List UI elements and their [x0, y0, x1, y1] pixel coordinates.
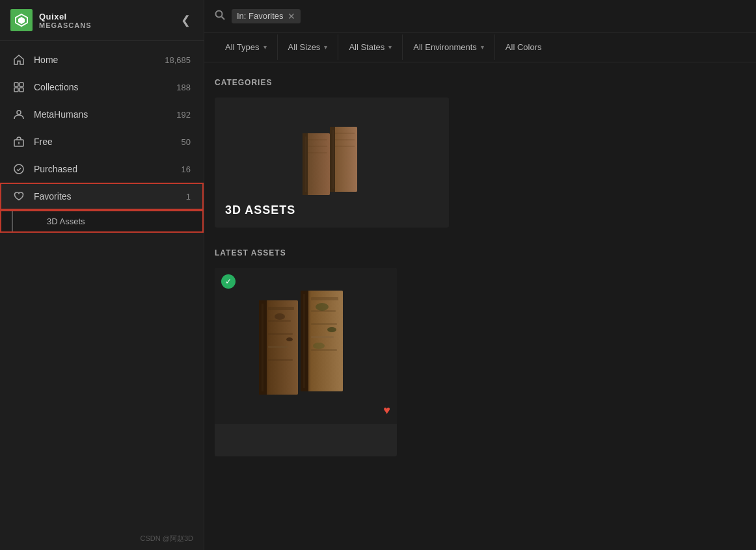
sidebar-item-metahumans-count: 192: [176, 110, 191, 120]
logo-brand: Quixel: [39, 12, 92, 21]
search-bar: In: Favorites ✕: [204, 0, 756, 33]
sidebar-item-metahumans[interactable]: MetaHumans 192: [0, 101, 204, 128]
content-area: CATEGORIES: [204, 62, 756, 550]
search-icon: [215, 10, 225, 23]
svg-rect-33: [268, 346, 288, 348]
svg-rect-29: [262, 304, 263, 391]
svg-rect-41: [311, 297, 338, 300]
watermark: CSDN @阿赵3D: [0, 527, 204, 550]
filter-all-states-label: All States: [349, 42, 385, 52]
nav-items: Home 18,685 Collections 188: [0, 41, 204, 238]
svg-rect-15: [305, 137, 306, 192]
svg-line-11: [222, 16, 225, 20]
sidebar-item-home-label: Home: [34, 55, 58, 65]
svg-rect-3: [20, 83, 23, 86]
all-environments-chevron-icon: ▾: [481, 44, 484, 51]
sidebar-item-purchased[interactable]: Purchased 16: [0, 155, 204, 183]
home-icon: [13, 54, 25, 66]
svg-point-9: [14, 164, 23, 174]
filter-all-environments-label: All Environments: [413, 42, 477, 52]
svg-point-35: [275, 313, 285, 320]
filter-all-environments[interactable]: All Environments ▾: [403, 34, 495, 60]
categories-grid: 3D ASSETS: [215, 98, 746, 228]
filter-bar: All Types ▾ All Sizes ▾ All States ▾ All…: [204, 33, 756, 62]
svg-rect-5: [20, 88, 23, 92]
all-sizes-chevron-icon: ▾: [324, 44, 327, 51]
svg-point-10: [216, 10, 223, 17]
latest-assets-title: LATEST ASSETS: [215, 248, 746, 257]
sidebar-item-home[interactable]: Home 18,685: [0, 46, 204, 73]
svg-rect-34: [268, 359, 293, 361]
svg-rect-32: [268, 333, 293, 335]
sidebar-item-free-label: Free: [34, 137, 53, 147]
latest-assets-section: LATEST ASSETS ✓: [215, 248, 746, 456]
sidebar-item-favorites[interactable]: Favorites 1: [0, 183, 204, 210]
sidebar-item-metahumans-label: MetaHumans: [34, 109, 88, 120]
svg-rect-30: [268, 307, 294, 310]
logo-sub: MEGASCANS: [39, 21, 92, 29]
sidebar-item-3d-assets-label: 3D Assets: [47, 216, 85, 226]
purchased-icon: [13, 163, 25, 175]
app-logo-icon: [10, 9, 33, 31]
collections-icon: [13, 81, 25, 93]
sidebar-item-favorites-label: Favorites: [34, 191, 72, 202]
all-types-chevron-icon: ▾: [263, 44, 267, 51]
svg-rect-45: [311, 349, 337, 351]
sidebar-item-purchased-label: Purchased: [34, 164, 77, 174]
all-states-chevron-icon: ▾: [388, 44, 392, 51]
svg-rect-4: [14, 88, 18, 92]
sidebar-item-collections[interactable]: Collections 188: [0, 73, 204, 101]
sidebar-item-collections-label: Collections: [34, 82, 78, 92]
sidebar-sub-items: 3D Assets: [0, 210, 204, 233]
sidebar-item-free-count: 50: [182, 137, 191, 147]
search-tag[interactable]: In: Favorites ✕: [232, 9, 301, 23]
svg-point-48: [313, 343, 325, 349]
svg-rect-31: [268, 320, 291, 322]
logo-area: Quixel MEGASCANS ❮: [0, 0, 204, 41]
collapse-button[interactable]: ❮: [178, 10, 193, 30]
main-content: In: Favorites ✕ All Types ▾ All Sizes ▾ …: [204, 0, 756, 550]
svg-point-6: [17, 111, 21, 114]
free-icon: [13, 136, 25, 148]
sidebar-item-favorites-count: 1: [186, 192, 191, 202]
favorites-icon: [13, 190, 25, 202]
filter-all-sizes[interactable]: All Sizes ▾: [278, 34, 339, 60]
svg-marker-1: [18, 17, 25, 24]
category-card-3d-assets-label: 3D ASSETS: [225, 203, 295, 217]
asset-card-old-books[interactable]: ✓: [215, 268, 397, 456]
filter-all-sizes-label: All Sizes: [288, 42, 321, 52]
svg-rect-22: [332, 130, 334, 189]
svg-rect-44: [311, 336, 334, 338]
filter-all-colors[interactable]: All Colors: [495, 34, 552, 60]
logo-text: Quixel MEGASCANS: [39, 12, 92, 29]
search-tag-label: In: Favorites: [237, 11, 284, 21]
svg-rect-2: [14, 83, 18, 86]
svg-point-46: [316, 303, 329, 311]
search-tag-close[interactable]: ✕: [288, 11, 295, 21]
asset-downloaded-icon: ✓: [221, 274, 236, 289]
logo-left: Quixel MEGASCANS: [10, 9, 92, 31]
svg-rect-43: [311, 323, 337, 325]
filter-all-types-label: All Types: [225, 42, 260, 52]
filter-all-colors-label: All Colors: [506, 42, 542, 52]
svg-point-47: [327, 327, 336, 332]
sidebar-item-home-count: 18,685: [165, 55, 191, 65]
categories-title: CATEGORIES: [215, 78, 746, 87]
sidebar-item-collections-count: 188: [176, 83, 191, 92]
asset-card-image: ✓: [215, 268, 397, 424]
assets-grid: ✓: [215, 268, 746, 456]
filter-all-states[interactable]: All States ▾: [338, 34, 403, 60]
sidebar-item-purchased-count: 16: [182, 164, 191, 174]
asset-favorited-icon: ♥: [383, 404, 390, 417]
sidebar: Quixel MEGASCANS ❮ Home 18,685: [0, 0, 204, 550]
sidebar-item-3d-assets[interactable]: 3D Assets: [12, 210, 204, 233]
categories-section: CATEGORIES: [215, 78, 746, 228]
metahumans-icon: [13, 109, 25, 120]
svg-rect-40: [303, 294, 305, 388]
sidebar-item-free[interactable]: Free 50: [0, 128, 204, 155]
category-card-3d-assets[interactable]: 3D ASSETS: [215, 98, 449, 228]
svg-point-36: [286, 337, 293, 341]
filter-all-types[interactable]: All Types ▾: [215, 34, 278, 60]
